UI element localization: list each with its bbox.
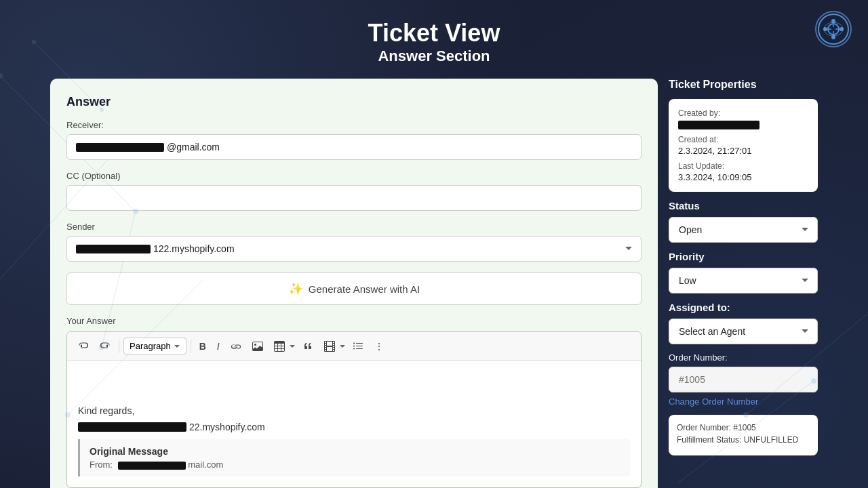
properties-card: Created by: Created at: 2.3.2024, 21:27:… xyxy=(669,99,818,192)
cc-input[interactable] xyxy=(66,185,642,211)
table-button[interactable] xyxy=(270,338,289,354)
editor-area: Paragraph B I xyxy=(66,331,642,488)
original-message-from: From: mail.com xyxy=(90,460,620,470)
main-container: Answer Receiver: @gmail.com CC (Optional… xyxy=(34,79,834,488)
original-message-block: Original Message From: mail.com xyxy=(78,439,630,476)
fulfillment-status-detail: Fulfillment Status: UNFULFILLED xyxy=(677,435,810,445)
last-update-label: Last Update: xyxy=(678,161,808,171)
created-at-label: Created at: xyxy=(678,135,808,144)
receiver-label: Receiver: xyxy=(66,120,642,130)
created-by-value xyxy=(678,119,808,129)
page-title: Ticket View xyxy=(0,19,868,47)
order-number-label: Order Number: xyxy=(669,352,818,363)
bold-button[interactable]: B xyxy=(195,338,210,354)
svg-point-15 xyxy=(818,14,848,44)
created-by-label: Created by: xyxy=(678,108,808,118)
toolbar-sep-2 xyxy=(191,340,191,353)
image-button[interactable] xyxy=(248,338,267,354)
signature-redacted xyxy=(78,422,186,432)
editor-toolbar: Paragraph B I xyxy=(67,332,641,361)
your-answer-label: Your Answer xyxy=(66,316,642,326)
link-button[interactable] xyxy=(226,338,245,354)
properties-title: Ticket Properties xyxy=(669,79,818,91)
paragraph-dropdown[interactable]: Paragraph xyxy=(123,338,186,354)
page-header: Ticket View Answer Section xyxy=(0,0,868,79)
answer-panel: Answer Receiver: @gmail.com CC (Optional… xyxy=(50,79,658,488)
assigned-to-dropdown[interactable]: Select an Agent xyxy=(669,319,818,344)
more-options-button[interactable]: ⋮ xyxy=(370,338,388,354)
status-section-title: Status xyxy=(669,200,818,211)
original-message-title: Original Message xyxy=(90,446,620,457)
undo-button[interactable] xyxy=(74,338,93,354)
priority-dropdown[interactable]: Low Medium High xyxy=(669,268,818,293)
receiver-input[interactable] xyxy=(66,134,642,160)
redo-button[interactable] xyxy=(96,338,115,354)
list-button[interactable] xyxy=(349,338,368,354)
order-number-input[interactable] xyxy=(669,367,818,392)
last-update-value: 3.3.2024, 10:09:05 xyxy=(678,172,808,182)
answer-section-title: Answer xyxy=(66,95,642,109)
sender-label: Sender xyxy=(66,222,642,232)
assigned-to-title: Assigned to: xyxy=(669,302,818,313)
video-button[interactable] xyxy=(320,338,339,354)
order-number-detail: Order Number: #1005 xyxy=(677,423,810,432)
page-subtitle: Answer Section xyxy=(0,47,868,65)
created-at-value: 2.3.2024, 21:27:01 xyxy=(678,146,808,156)
ai-sparkle-icon: ✨ xyxy=(288,281,303,296)
priority-section-title: Priority xyxy=(669,251,818,262)
receiver-group: Receiver: @gmail.com xyxy=(66,120,642,160)
toolbar-sep-1 xyxy=(119,340,119,353)
app-logo xyxy=(815,11,852,47)
cc-group: CC (Optional) xyxy=(66,171,642,211)
cc-label: CC (Optional) xyxy=(66,171,642,181)
order-details-card: Order Number: #1005 Fulfillment Status: … xyxy=(669,415,818,455)
quote-button[interactable] xyxy=(298,338,317,354)
generate-ai-button[interactable]: ✨ Generate Answer with AI xyxy=(66,272,642,305)
created-by-redacted xyxy=(678,121,760,129)
right-panel: Ticket Properties Created by: Created at… xyxy=(669,79,818,488)
sender-select[interactable] xyxy=(66,236,642,262)
kind-regards-text: Kind regards, xyxy=(78,405,630,416)
italic-button[interactable]: I xyxy=(213,338,224,354)
sender-group: Sender 122.myshopify.com xyxy=(66,222,642,262)
status-dropdown[interactable]: Open Closed Pending xyxy=(669,217,818,243)
signature-domain: 22.myshopify.com xyxy=(189,422,265,432)
editor-content[interactable]: Kind regards, 22.myshopify.com Original … xyxy=(67,361,641,487)
change-order-link[interactable]: Change Order Number xyxy=(669,396,818,407)
